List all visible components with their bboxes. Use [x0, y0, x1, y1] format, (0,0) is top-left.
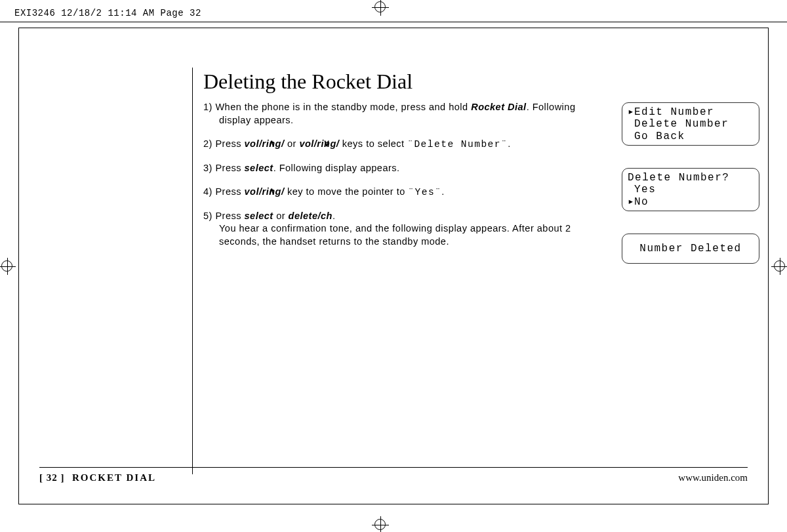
text: .: [508, 138, 511, 149]
text: .: [441, 186, 445, 197]
text: You hear a confirmation tone, and the fo…: [219, 223, 571, 247]
vertical-rule: [192, 68, 193, 474]
step-3: 3) Press select. Following display appea…: [203, 162, 584, 175]
lcd-display-1: ▸Edit Number Delete Number Go Back: [622, 102, 759, 146]
text: or: [273, 211, 289, 221]
registration-mark-bottom: [372, 516, 389, 532]
pointer-icon: ▸: [628, 106, 634, 118]
step-5: 5) Press select or delete/ch. You hear a…: [203, 210, 584, 249]
lcd-line: Yes: [628, 184, 754, 195]
keyword-vol-ring-up: vol/ring/: [245, 186, 285, 197]
text: 3) Press: [203, 163, 245, 173]
step-4: 4) Press vol/ring/∧ key to move the poin…: [203, 185, 584, 199]
lcd-display-3: Number Deleted: [622, 234, 759, 264]
text: key to move the pointer to: [284, 186, 408, 197]
lcd-display-2: Delete Number? Yes ▸No: [622, 168, 759, 211]
registration-mark-top: [372, 0, 389, 16]
lcd-text: Delete Number?: [628, 172, 729, 184]
text: or: [284, 138, 299, 149]
text: . Following display appears.: [273, 163, 400, 173]
top-rule: [0, 22, 787, 22]
pointer-icon: ▸: [628, 196, 634, 208]
section-name: ROCKET DIAL: [72, 472, 156, 483]
lcd-text-yes: ¨Yes¨: [408, 187, 441, 197]
lcd-line: ▸No: [628, 196, 754, 208]
body-column: 1) When the phone is in the standby mode…: [203, 101, 584, 259]
crop-box: [18, 28, 769, 504]
keyword-vol-ring-up: vol/ring/: [245, 138, 285, 149]
keyword-select: select: [245, 163, 273, 173]
lcd-line: Go Back: [628, 131, 754, 142]
text: 2) Press: [203, 138, 245, 149]
lcd-text: Delete Number: [634, 118, 729, 130]
lcd-text: Go Back: [634, 131, 685, 142]
lcd-text: No: [634, 196, 649, 208]
step-1: 1) When the phone is in the standby mode…: [203, 101, 584, 127]
lcd-text-delete-number: ¨Delete Number¨: [407, 139, 508, 150]
keyword-rocket-dial: Rocket Dial: [471, 102, 526, 112]
footer-rule: [39, 467, 748, 468]
lcd-text: Number Deleted: [639, 243, 741, 255]
page-title: Deleting the Rocket Dial: [203, 70, 413, 94]
page-number: [ 32 ]: [39, 472, 65, 483]
keyword-delete-ch: delete/ch: [289, 211, 333, 221]
lcd-text: Edit Number: [634, 106, 714, 118]
keyword-select: select: [245, 211, 273, 221]
text: 4) Press: [203, 186, 245, 197]
lcd-line: ▸Edit Number: [628, 106, 754, 118]
registration-mark-right: [771, 258, 787, 275]
text: .: [333, 211, 336, 221]
lcd-line: Delete Number: [628, 118, 754, 130]
registration-mark-left: [0, 258, 16, 275]
text: keys to select: [339, 138, 407, 149]
text: 5) Press: [203, 211, 245, 221]
lcd-line: Delete Number?: [628, 172, 754, 184]
text: 1) When the phone is in the standby mode…: [203, 102, 471, 112]
imposition-header: EXI3246 12/18/2 11:14 AM Page 32: [14, 8, 201, 18]
step-2: 2) Press vol/ring/∧ or vol/ring/∨ keys t…: [203, 137, 584, 152]
footer-left: [ 32 ] ROCKET DIAL: [39, 472, 156, 483]
keyword-vol-ring-down: vol/ring/: [299, 138, 339, 149]
footer-right: www.uniden.com: [678, 472, 748, 483]
lcd-text: Yes: [634, 184, 656, 195]
